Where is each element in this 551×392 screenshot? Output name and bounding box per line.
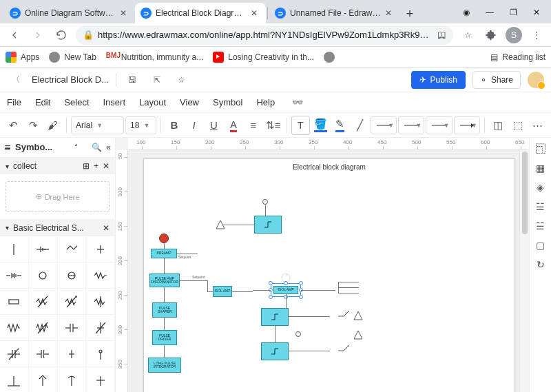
source-node[interactable]: [159, 234, 169, 243]
section-basic-electrical[interactable]: ▾ Basic Electrical S... ✕: [0, 219, 115, 236]
grid-panel-button[interactable]: ▦: [532, 160, 549, 176]
line-weight-select[interactable]: ▼: [371, 116, 397, 134]
layers-panel-button[interactable]: ◈: [532, 179, 549, 196]
back-button[interactable]: [6, 26, 23, 44]
chevron-up-icon[interactable]: ˄: [74, 143, 78, 151]
new-tab-button[interactable]: +: [400, 4, 419, 23]
browser-tab-1[interactable]: ⊃ Electrical Block Diagram - Edraw ✕: [135, 3, 266, 23]
browser-tab-0[interactable]: ⊃ Online Diagram Software - Edraw ✕: [4, 3, 135, 23]
line-color-button[interactable]: ✎: [331, 116, 349, 135]
forward-button[interactable]: [29, 26, 47, 44]
selection-handle[interactable]: [284, 281, 288, 285]
symbol-item[interactable]: [0, 289, 29, 315]
symbol-item[interactable]: [29, 315, 58, 341]
browser-tab-2[interactable]: ⊃ Unnamed File - EdrawMax ✕: [269, 3, 400, 23]
symbol-item[interactable]: [0, 236, 29, 262]
block-shape[interactable]: [254, 216, 282, 234]
canvas[interactable]: Electrical block diagram PREAMP Setpoint…: [128, 150, 519, 392]
bookmark-youtube[interactable]: Losing Creativity in th...: [213, 52, 314, 63]
symbol-item[interactable]: [0, 315, 29, 341]
undo-button[interactable]: ↶: [4, 116, 23, 135]
share-button[interactable]: ⚬Share: [472, 71, 521, 89]
remove-section-icon[interactable]: ✕: [103, 223, 110, 233]
symbol-item[interactable]: [29, 262, 58, 289]
close-icon[interactable]: ✕: [385, 8, 395, 18]
block-pulse-driver[interactable]: PULSE DRIVER: [152, 330, 177, 345]
search-icon[interactable]: 🔍: [92, 143, 102, 152]
symbol-item[interactable]: [29, 289, 58, 315]
switch-shape[interactable]: [337, 307, 352, 326]
arrange-panel-button[interactable]: ⿹: [532, 141, 549, 157]
menu-insert[interactable]: Insert: [103, 97, 126, 107]
symbol-item[interactable]: [86, 262, 115, 289]
close-window-button[interactable]: ✕: [526, 3, 547, 22]
export-button[interactable]: ⇱: [148, 71, 166, 89]
triangle-node[interactable]: [353, 311, 363, 320]
symbol-item[interactable]: [58, 315, 87, 341]
selection-handle[interactable]: [299, 295, 303, 299]
symbol-item[interactable]: [58, 289, 87, 315]
block-pulse-shaper[interactable]: PULSE SHAPER: [152, 302, 177, 318]
vertical-scrollbar[interactable]: [519, 150, 529, 392]
connector-button[interactable]: ╱: [351, 116, 369, 135]
selection-handle[interactable]: [269, 281, 273, 285]
selection-handle[interactable]: [269, 295, 273, 299]
fill-color-button[interactable]: 🪣: [311, 116, 330, 135]
reload-button[interactable]: [52, 26, 70, 44]
drag-here-drop[interactable]: ⊕Drag Here: [6, 181, 110, 212]
close-icon[interactable]: ✕: [120, 8, 129, 18]
menu-select[interactable]: Select: [64, 97, 89, 107]
symbol-item[interactable]: [86, 236, 115, 262]
symbol-item[interactable]: [29, 367, 58, 392]
arrow-start-select[interactable]: ▼: [426, 116, 452, 134]
save-button[interactable]: 🖫: [123, 71, 141, 89]
profile-avatar[interactable]: S: [506, 27, 522, 43]
symbol-item[interactable]: [0, 262, 29, 289]
translate-icon[interactable]: 🕮: [437, 30, 446, 40]
glasses-icon[interactable]: 👓: [289, 94, 306, 112]
underline-button[interactable]: U: [205, 116, 223, 135]
address-bar[interactable]: 🔒 https://www.edrawmax.com/online/app.ht…: [76, 25, 453, 45]
font-color-button[interactable]: A: [225, 116, 243, 135]
bookmark-bmj[interactable]: BMJNutrition, immunity a...: [106, 52, 203, 63]
italic-button[interactable]: I: [185, 116, 203, 135]
selection-handle[interactable]: [299, 281, 303, 285]
symbol-item[interactable]: [29, 341, 58, 367]
text-tool-button[interactable]: T: [291, 116, 310, 135]
bold-button[interactable]: B: [165, 116, 184, 135]
menu-file[interactable]: File: [7, 97, 21, 107]
align-button[interactable]: ≡: [244, 116, 262, 135]
page-panel-button[interactable]: ▢: [532, 237, 549, 254]
symbol-item[interactable]: [58, 367, 87, 392]
bookmark-globe[interactable]: [324, 52, 335, 63]
redo-button[interactable]: ↷: [24, 116, 43, 135]
triangle-node[interactable]: [353, 330, 363, 340]
symbol-item[interactable]: [86, 367, 115, 392]
close-icon[interactable]: ✕: [251, 8, 260, 18]
block-shape[interactable]: [261, 342, 289, 360]
font-family-select[interactable]: Arial▼: [71, 116, 124, 134]
history-panel-button[interactable]: ↻: [532, 256, 549, 273]
scrollbar-thumb[interactable]: [522, 152, 528, 234]
favorite-button[interactable]: ☆: [173, 71, 191, 89]
block-isol-amp[interactable]: ISOL AMP: [213, 286, 232, 297]
extensions-button[interactable]: [482, 26, 500, 44]
plus-icon[interactable]: +: [94, 161, 98, 171]
symbol-item[interactable]: [29, 236, 58, 262]
arrow-end-select[interactable]: ▼: [454, 116, 480, 134]
canvas-page[interactable]: Electrical block diagram PREAMP Setpoint…: [143, 158, 515, 392]
group-button[interactable]: ⬚: [509, 116, 528, 135]
block-long-pulse[interactable]: LONG PULSE INTEGRATOR: [148, 358, 181, 373]
symbol-item[interactable]: [0, 367, 29, 392]
format-painter-button[interactable]: 🖌: [43, 116, 62, 135]
menu-view[interactable]: View: [180, 97, 199, 107]
theme-panel-button[interactable]: ☱: [532, 218, 549, 234]
record-icon[interactable]: ◉: [456, 3, 477, 22]
symbol-item[interactable]: [86, 315, 115, 341]
more-tools-button[interactable]: ⋯: [528, 116, 547, 135]
symbol-item[interactable]: [0, 341, 29, 367]
back-to-files-button[interactable]: 〈: [7, 71, 25, 89]
add-icon[interactable]: ⊞: [83, 161, 90, 171]
clip-button[interactable]: ◫: [489, 116, 508, 135]
symbol-item[interactable]: [58, 236, 87, 262]
